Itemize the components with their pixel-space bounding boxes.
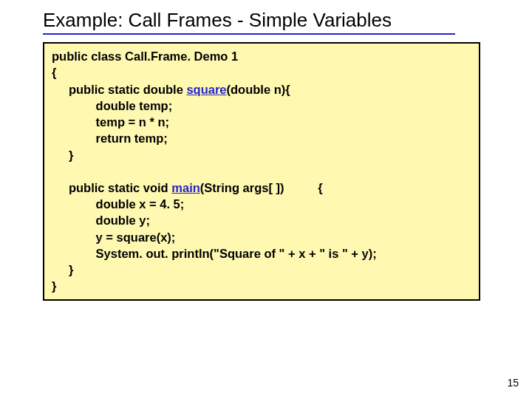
- code-line: public static double square(double n){: [52, 81, 471, 98]
- blank-line: [52, 163, 471, 180]
- code-line: public class Call.Frame. Demo 1: [52, 48, 471, 64]
- code-line: y = square(x);: [52, 229, 471, 245]
- slide-title: Example: Call Frames - Simple Variables: [0, 0, 532, 33]
- code-line: return temp;: [52, 130, 471, 146]
- code-line: }: [52, 278, 471, 294]
- method-main: main: [171, 181, 200, 194]
- code-line: double x = 4. 5;: [52, 196, 471, 212]
- code-line: public static void main(String args[ ]) …: [52, 180, 471, 196]
- code-line: }: [52, 147, 471, 163]
- title-underline: [43, 33, 455, 35]
- method-square: square: [186, 83, 226, 96]
- code-box: public class Call.Frame. Demo 1 { public…: [43, 42, 480, 301]
- code-line: System. out. println("Square of " + x + …: [52, 245, 471, 262]
- code-line: double y;: [52, 212, 471, 228]
- code-line: {: [52, 64, 471, 81]
- page-number: 15: [507, 377, 519, 389]
- code-line: temp = n * n;: [52, 114, 471, 130]
- slide: Example: Call Frames - Simple Variables …: [0, 0, 532, 399]
- code-line: }: [52, 262, 471, 278]
- code-line: double temp;: [52, 98, 471, 114]
